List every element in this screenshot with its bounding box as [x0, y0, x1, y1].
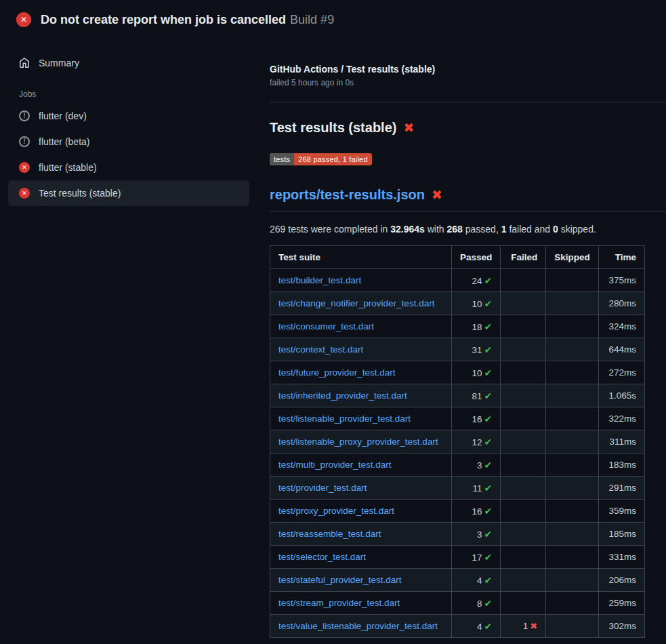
- failed-cell: [501, 592, 546, 615]
- sidebar-item-flutter-dev[interactable]: ! flutter (dev): [8, 103, 249, 129]
- check-icon: ✔: [484, 529, 492, 540]
- skipped-cell: [546, 407, 599, 430]
- time-cell: 302ms: [598, 615, 644, 638]
- status-line: failed 5 hours ago in 0s: [270, 78, 666, 87]
- test-suite-link[interactable]: test/inherited_provider_test.dart: [278, 390, 407, 401]
- sidebar-item-summary[interactable]: Summary: [8, 50, 249, 76]
- column-header-failed: Failed: [501, 246, 546, 269]
- check-icon: ✔: [484, 483, 492, 494]
- summary-duration: 32.964s: [390, 224, 425, 235]
- time-cell: 311ms: [598, 430, 644, 454]
- test-suite-cell: test/stateful_provider_test.dart: [270, 569, 452, 592]
- skipped-cell: [546, 523, 599, 546]
- test-suite-link[interactable]: test/builder_test.dart: [278, 275, 361, 285]
- report-link[interactable]: reports/test-results.json: [270, 187, 425, 203]
- passed-cell: 81✔: [451, 384, 500, 407]
- test-suite-link[interactable]: test/change_notifier_provider_test.dart: [278, 298, 434, 308]
- time-cell: 324ms: [598, 315, 644, 338]
- summary-skipped: 0: [553, 224, 558, 235]
- table-row: test/listenable_provider_test.dart16✔322…: [270, 407, 645, 430]
- test-suite-link[interactable]: test/consumer_test.dart: [278, 321, 374, 331]
- check-icon: ✔: [484, 367, 492, 378]
- skipped-cell: [546, 546, 599, 569]
- sidebar-item-flutter-stable[interactable]: ✕ flutter (stable): [8, 155, 249, 180]
- passed-cell: 12✔: [451, 430, 500, 454]
- table-row: test/stateful_provider_test.dart4✔206ms: [270, 569, 645, 592]
- skipped-cell: [546, 500, 599, 523]
- test-suite-link[interactable]: test/stream_provider_test.dart: [278, 598, 400, 608]
- test-results-table: Test suite Passed Failed Skipped Time te…: [270, 245, 645, 638]
- failed-cell: [501, 292, 546, 315]
- failed-cell: [501, 361, 546, 384]
- test-suite-link[interactable]: test/stateful_provider_test.dart: [278, 575, 402, 585]
- test-suite-link[interactable]: test/listenable_proxy_provider_test.dart: [278, 437, 438, 447]
- failed-cell: [501, 315, 546, 338]
- sidebar-item-label: flutter (dev): [39, 110, 87, 121]
- passed-cell: 18✔: [451, 315, 500, 338]
- column-header-passed: Passed: [451, 246, 500, 269]
- skipped-cell: [546, 592, 599, 615]
- test-suite-link[interactable]: test/provider_test.dart: [278, 483, 367, 493]
- failed-cell: [501, 269, 546, 292]
- time-cell: 280ms: [598, 292, 644, 315]
- test-suite-cell: test/consumer_test.dart: [270, 315, 452, 338]
- failed-cell: [501, 430, 546, 454]
- failed-cell: [501, 454, 546, 477]
- skipped-cell: [546, 361, 599, 384]
- test-suite-link[interactable]: test/selector_test.dart: [278, 552, 366, 562]
- time-cell: 291ms: [598, 477, 644, 500]
- column-header-time: Time: [598, 246, 644, 269]
- failed-cell: [501, 407, 546, 430]
- test-suite-cell: test/provider_test.dart: [270, 477, 452, 500]
- test-suite-link[interactable]: test/multi_provider_test.dart: [278, 460, 392, 470]
- passed-cell: 24✔: [451, 269, 500, 292]
- report-title: reports/test-results.json ✖: [270, 187, 666, 212]
- build-title: Do not create report when job is cancell…: [41, 13, 286, 26]
- failed-status-icon: ✕: [19, 188, 30, 199]
- time-cell: 185ms: [598, 523, 644, 546]
- failed-status-icon: ✕: [19, 162, 30, 173]
- sidebar-item-label: flutter (stable): [39, 162, 97, 173]
- sidebar-item-label: flutter (beta): [39, 136, 89, 147]
- passed-cell: 17✔: [451, 546, 500, 569]
- section-title: Test results (stable) ✖: [270, 120, 666, 136]
- sidebar-item-flutter-beta[interactable]: ! flutter (beta): [8, 129, 249, 155]
- skipped-cell: [546, 615, 599, 638]
- failed-cell: [501, 500, 546, 523]
- check-icon: ✔: [484, 552, 492, 563]
- failed-cell: [501, 477, 546, 500]
- test-suite-cell: test/value_listenable_provider_test.dart: [270, 615, 452, 638]
- check-icon: ✔: [484, 298, 492, 309]
- passed-cell: 3✔: [451, 454, 500, 477]
- column-header-skipped: Skipped: [546, 246, 599, 269]
- test-suite-link[interactable]: test/proxy_provider_test.dart: [278, 506, 394, 516]
- passed-cell: 16✔: [451, 500, 500, 523]
- badge-value: 268 passed, 1 failed: [294, 153, 371, 165]
- check-icon: ✔: [484, 390, 492, 401]
- build-header: ✕ Do not create report when job is cance…: [0, 0, 666, 39]
- time-cell: 183ms: [598, 454, 644, 477]
- passed-cell: 11✔: [451, 477, 500, 500]
- sidebar-summary-label: Summary: [39, 58, 79, 68]
- test-suite-cell: test/proxy_provider_test.dart: [270, 500, 452, 523]
- passed-cell: 4✔: [451, 569, 500, 592]
- test-suite-link[interactable]: test/context_test.dart: [278, 344, 363, 355]
- skipped-cell: [546, 477, 599, 500]
- build-failed-icon: ✕: [16, 12, 31, 27]
- failed-cell: [501, 384, 546, 407]
- table-row: test/change_notifier_provider_test.dart1…: [270, 292, 645, 315]
- table-row: test/future_provider_test.dart10✔272ms: [270, 361, 645, 384]
- test-suite-link[interactable]: test/value_listenable_provider_test.dart: [278, 621, 438, 631]
- test-suite-link[interactable]: test/future_provider_test.dart: [278, 367, 396, 378]
- failed-cell: [501, 569, 546, 592]
- test-suite-link[interactable]: test/listenable_provider_test.dart: [278, 414, 411, 424]
- test-suite-link[interactable]: test/reassemble_test.dart: [278, 529, 381, 539]
- failed-cell: [501, 338, 546, 361]
- main-panel: GitHub Actions / Test results (stable) f…: [257, 39, 666, 638]
- sidebar-item-test-results-stable[interactable]: ✕ Test results (stable): [8, 180, 249, 206]
- test-suite-cell: test/reassemble_test.dart: [270, 523, 452, 546]
- skipped-cell: [546, 269, 599, 292]
- badge-label: tests: [270, 153, 294, 165]
- check-icon: ✔: [484, 437, 492, 447]
- check-icon: ✔: [484, 321, 492, 332]
